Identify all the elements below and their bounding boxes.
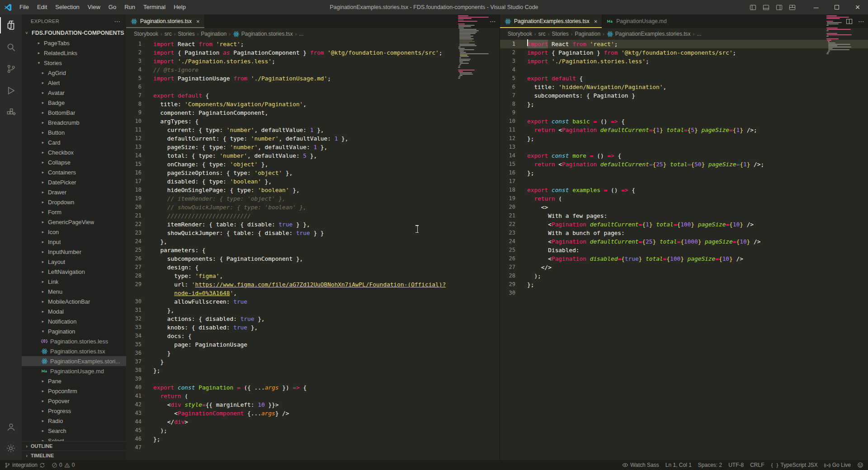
tree-item-inputnumber[interactable]: ▸InputNumber bbox=[22, 247, 126, 257]
code-line[interactable]: 38}; bbox=[126, 366, 500, 375]
tree-item-aggrid[interactable]: ▸AgGrid bbox=[22, 68, 126, 78]
activitybar-explorer[interactable] bbox=[0, 14, 22, 36]
section-timeline[interactable]: ›TIMELINE bbox=[22, 451, 126, 460]
code-line[interactable]: 30 bbox=[500, 289, 868, 297]
breadcrumb-item[interactable]: PaginationExamples.stories.tsx bbox=[607, 31, 691, 38]
tree-item-notification[interactable]: ▸Notification bbox=[22, 316, 126, 326]
code-line[interactable]: 34 docs: { bbox=[126, 332, 500, 340]
breadcrumb-item[interactable]: ... bbox=[697, 31, 701, 37]
tree-item-card[interactable]: ▸Card bbox=[22, 137, 126, 147]
problems-status[interactable]: 00 bbox=[52, 462, 75, 468]
code-line[interactable]: 7export default { bbox=[126, 91, 500, 100]
activitybar-search[interactable] bbox=[0, 36, 22, 58]
activitybar-run-debug[interactable] bbox=[0, 80, 22, 101]
tree-item-paginationusage-md[interactable]: PaginationUsage.md bbox=[22, 366, 126, 376]
code-line[interactable]: 4 bbox=[500, 66, 868, 74]
tree-item-pagination-stories-tsx[interactable]: Pagination.stories.tsx bbox=[22, 346, 126, 356]
feedback-status[interactable] bbox=[857, 462, 863, 468]
tree-item-dropdown[interactable]: ▸Dropdown bbox=[22, 197, 126, 207]
tree-item-pagination-stories-less[interactable]: {O}Pagination.stories.less bbox=[22, 336, 126, 346]
encoding-status[interactable]: UTF-8 bbox=[728, 462, 744, 468]
tree-item-modal[interactable]: ▸Modal bbox=[22, 306, 126, 316]
code-line[interactable]: 15 return <Pagination defaultCurrent={25… bbox=[500, 160, 868, 169]
code-line[interactable]: 32 actions: { disabled: true }, bbox=[126, 315, 500, 323]
activitybar-extensions[interactable] bbox=[0, 101, 22, 123]
explorer-more-actions-icon[interactable]: ⋯ bbox=[114, 18, 121, 25]
tree-item-avatar[interactable]: ▸Avatar bbox=[22, 88, 126, 98]
tree-item-datepicker[interactable]: ▸DatePicker bbox=[22, 177, 126, 187]
tree-item-paginationexamples-stori-[interactable]: PaginationExamples.stori... bbox=[22, 356, 126, 366]
menu-view[interactable]: View bbox=[84, 0, 104, 14]
breadcrumb-item[interactable]: src bbox=[165, 31, 172, 37]
go-live-status[interactable]: Go Live bbox=[824, 462, 851, 468]
section-outline[interactable]: ›OUTLINE bbox=[22, 441, 126, 451]
toggle-secondary-sidebar-icon[interactable] bbox=[776, 4, 783, 11]
code-line[interactable]: 45 ); bbox=[126, 426, 500, 435]
code-line[interactable]: 10 argTypes: { bbox=[126, 117, 500, 126]
code-line[interactable]: 6 title: 'hidden/Navigation/Pagination', bbox=[500, 83, 868, 91]
tree-item-checkbox[interactable]: ▸Checkbox bbox=[22, 147, 126, 157]
menu-file[interactable]: File bbox=[15, 0, 33, 14]
code-line[interactable]: 27 design: { bbox=[126, 263, 500, 272]
breadcrumb-item[interactable]: Stories bbox=[178, 31, 194, 37]
code-line[interactable]: 33 knobs: { disabled: true }, bbox=[126, 323, 500, 332]
code-line[interactable]: node-id=0%3A1648', bbox=[126, 289, 500, 297]
code-line[interactable]: 41 return ( bbox=[126, 392, 500, 400]
code-line[interactable]: 7 subcomponents: { Pagination } bbox=[500, 91, 868, 100]
code-line[interactable]: 35 page: PaginationUsage bbox=[126, 340, 500, 349]
tree-item-stories[interactable]: ▾Stories bbox=[22, 58, 126, 68]
tree-item-drawer[interactable]: ▸Drawer bbox=[22, 187, 126, 197]
code-line[interactable]: 23 With a bunch of pages: bbox=[500, 229, 868, 237]
tree-item-pagetabs[interactable]: ▸PageTabs bbox=[22, 38, 126, 48]
tree-item-bottombar[interactable]: ▸BottomBar bbox=[22, 108, 126, 118]
activitybar-accounts[interactable] bbox=[0, 416, 22, 437]
code-line[interactable]: 5export default { bbox=[500, 74, 868, 83]
menu-go[interactable]: Go bbox=[104, 0, 120, 14]
menu-terminal[interactable]: Terminal bbox=[139, 0, 170, 14]
code-line[interactable]: 25 Disabled: bbox=[500, 246, 868, 254]
breadcrumb-item[interactable]: Pagination bbox=[201, 31, 226, 37]
code-line[interactable]: 10export const basic = () => { bbox=[500, 117, 868, 126]
code-line[interactable]: 1import React from 'react'; bbox=[126, 40, 500, 48]
code-line[interactable]: 4// @ts-ignore bbox=[126, 66, 500, 74]
code-line[interactable]: 3import './Pagination.stories.less'; bbox=[500, 57, 868, 66]
breadcrumb-item[interactable]: Pagination.stories.tsx bbox=[233, 31, 293, 38]
code-line[interactable]: 15 onChange: { type: 'object' }, bbox=[126, 160, 500, 169]
tree-item-input[interactable]: ▸Input bbox=[22, 237, 126, 247]
code-line[interactable]: 18export const examples = () => { bbox=[500, 186, 868, 194]
breadcrumb-item[interactable]: Pagination bbox=[575, 31, 600, 37]
code-line[interactable]: 13 pageSize: { type: 'number', defaultVa… bbox=[126, 143, 500, 151]
code-line[interactable]: 2import { Pagination } from '@ktg/founda… bbox=[500, 48, 868, 57]
code-area[interactable]: 1import React from 'react';2import { Pag… bbox=[500, 40, 868, 297]
code-line[interactable]: 14export const more = () => { bbox=[500, 151, 868, 160]
customize-layout-icon[interactable] bbox=[789, 4, 796, 11]
code-line[interactable]: 20 <> bbox=[500, 203, 868, 212]
code-line[interactable]: 19 // itemRender: { type: 'object' }, bbox=[126, 194, 500, 203]
activitybar-settings[interactable] bbox=[0, 437, 22, 459]
code-line[interactable]: 21 //////////////////////// bbox=[126, 212, 500, 220]
git-branch-status[interactable]: integration bbox=[5, 462, 45, 468]
code-line[interactable]: 26 subcomponents: { PaginationComponent … bbox=[126, 254, 500, 263]
menu-selection[interactable]: Selection bbox=[51, 0, 83, 14]
tab-paginationusage-md[interactable]: PaginationUsage.md bbox=[602, 14, 671, 28]
breadcrumb-item[interactable]: Storybook bbox=[508, 31, 532, 37]
code-line[interactable]: 31 }, bbox=[126, 306, 500, 315]
code-line[interactable]: 17 disabled: { type: 'boolean' }, bbox=[126, 177, 500, 186]
tree-item-popconfirm[interactable]: ▸Popconfirm bbox=[22, 386, 126, 396]
tree-item-icon[interactable]: ▸Icon bbox=[22, 227, 126, 237]
language-mode-status[interactable]: { }TypeScript JSX bbox=[771, 462, 818, 468]
menu-help[interactable]: Help bbox=[170, 0, 190, 14]
code-line[interactable]: 37 } bbox=[126, 357, 500, 366]
tree-item-layout[interactable]: ▸Layout bbox=[22, 257, 126, 267]
code-line[interactable]: 20 // showQuickJumper: { type: 'boolean'… bbox=[126, 203, 500, 212]
code-line[interactable]: 3import './Pagination.stories.less'; bbox=[126, 57, 500, 66]
code-line[interactable]: 2import { Pagination as PaginationCompon… bbox=[126, 48, 500, 57]
close-tab-icon[interactable]: × bbox=[594, 18, 598, 25]
breadcrumb-item[interactable]: ... bbox=[299, 31, 304, 37]
code-line[interactable]: 12}; bbox=[500, 134, 868, 143]
code-line[interactable]: 36 } bbox=[126, 349, 500, 357]
menu-edit[interactable]: Edit bbox=[33, 0, 51, 14]
code-line[interactable]: 29 url: 'https://www.figma.com/file/aG7Z… bbox=[126, 280, 500, 289]
code-line[interactable]: 22 <Pagination defaultCurrent={1} total=… bbox=[500, 220, 868, 229]
tree-item-alert[interactable]: ▸Alert bbox=[22, 78, 126, 88]
